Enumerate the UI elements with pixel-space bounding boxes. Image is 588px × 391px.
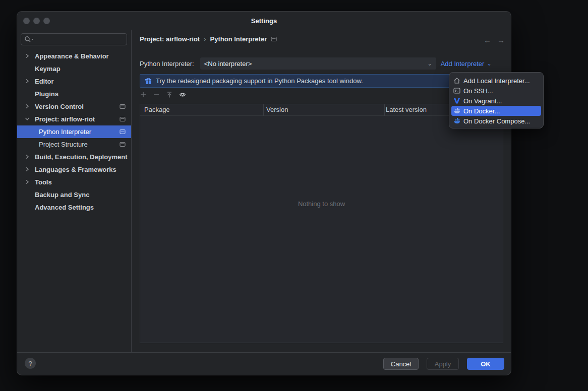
empty-table-message: Nothing to show: [140, 200, 503, 208]
settings-tree: Appearance & Behavior Keymap Editor Plug…: [17, 50, 131, 214]
chevron-down-icon: [24, 116, 30, 122]
chevron-right-icon: [24, 103, 30, 109]
add-package-icon[interactable]: [140, 91, 147, 98]
back-arrow-icon[interactable]: ←: [484, 36, 491, 44]
sidebar-item-label: Editor: [35, 78, 54, 85]
project-settings-badge-icon: [120, 116, 126, 122]
menu-item-label: On Docker...: [463, 107, 500, 115]
cancel-button[interactable]: Cancel: [383, 358, 419, 370]
sidebar-item-editor[interactable]: Editor: [17, 75, 131, 88]
sidebar-item-advanced-settings[interactable]: Advanced Settings: [17, 201, 131, 214]
terminal-icon: [453, 87, 460, 94]
column-header-package[interactable]: Package: [144, 106, 170, 113]
sidebar-item-label: Tools: [35, 178, 52, 186]
dialog-footer: ? Cancel Apply OK: [17, 352, 511, 375]
project-settings-badge-icon: [120, 142, 126, 147]
sidebar-item-tools[interactable]: Tools: [17, 176, 131, 188]
sidebar-item-label: Plugins: [35, 90, 58, 98]
chevron-down-icon: ⌄: [427, 60, 432, 67]
show-early-releases-eye-icon[interactable]: [179, 91, 186, 98]
interpreter-select[interactable]: <No interpreter> ⌄: [200, 57, 436, 70]
history-nav: ← →: [484, 36, 505, 44]
chevron-right-icon: [24, 154, 30, 160]
ok-button[interactable]: OK: [467, 358, 504, 370]
docker-compose-icon: [453, 117, 460, 124]
menu-item-label: On Vagrant...: [463, 97, 502, 105]
settings-sidebar: Appearance & Behavior Keymap Editor Plug…: [17, 30, 131, 352]
sidebar-item-python-interpreter[interactable]: Python Interpreter: [17, 125, 131, 138]
sidebar-item-label: Python Interpreter: [39, 128, 91, 136]
sidebar-item-backup-and-sync[interactable]: Backup and Sync: [17, 188, 131, 201]
project-settings-badge-icon: [120, 129, 126, 135]
gift-icon: [145, 78, 152, 85]
vagrant-icon: [453, 97, 460, 104]
settings-search-input[interactable]: [21, 33, 127, 45]
column-divider: [263, 104, 264, 116]
menu-item-on-vagrant[interactable]: On Vagrant...: [451, 96, 541, 106]
add-interpreter-label: Add Interpreter: [441, 60, 485, 68]
project-settings-badge-icon: [120, 104, 126, 109]
chevron-right-icon: [24, 166, 30, 172]
menu-item-label: Add Local Interpreter...: [463, 77, 530, 85]
chevron-right-icon: [24, 78, 30, 84]
sidebar-item-project-structure[interactable]: Project Structure: [17, 138, 131, 151]
column-header-version[interactable]: Version: [266, 106, 288, 113]
sidebar-item-label: Languages & Frameworks: [35, 166, 116, 173]
search-history-chevron-icon: [31, 39, 33, 40]
add-interpreter-button[interactable]: Add Interpreter ⌄: [441, 60, 492, 68]
sidebar-item-appearance-behavior[interactable]: Appearance & Behavior: [17, 50, 131, 62]
sidebar-item-label: Advanced Settings: [35, 204, 94, 211]
sidebar-item-label: Appearance & Behavior: [35, 52, 109, 60]
menu-item-on-ssh[interactable]: On SSH...: [451, 86, 541, 96]
sidebar-item-languages-frameworks[interactable]: Languages & Frameworks: [17, 163, 131, 176]
project-settings-badge-icon: [271, 36, 277, 42]
sidebar-item-label: Project: airflow-riot: [35, 115, 95, 123]
window-title: Settings: [17, 17, 511, 25]
sidebar-item-label: Keymap: [35, 65, 61, 73]
package-toolbar: [140, 91, 186, 98]
package-table: Package Version Latest version Nothing t…: [140, 104, 503, 343]
sidebar-item-project-airflow-riot[interactable]: Project: airflow-riot: [17, 113, 131, 125]
sidebar-item-label: Build, Execution, Deployment: [35, 153, 127, 161]
sidebar-item-label: Backup and Sync: [35, 191, 89, 199]
sidebar-item-keymap[interactable]: Keymap: [17, 62, 131, 75]
sidebar-item-plugins[interactable]: Plugins: [17, 88, 131, 100]
menu-item-label: On SSH...: [463, 87, 493, 95]
interpreter-row: Python Interpreter: <No interpreter> ⌄ A…: [140, 57, 506, 70]
apply-button[interactable]: Apply: [427, 358, 459, 370]
footer-buttons: Cancel Apply OK: [383, 358, 504, 370]
sidebar-item-version-control[interactable]: Version Control: [17, 100, 131, 113]
sidebar-item-label: Version Control: [35, 103, 84, 110]
search-icon: [24, 36, 34, 43]
titlebar: Settings: [17, 12, 511, 30]
breadcrumb-separator: ›: [204, 35, 206, 43]
remove-package-icon[interactable]: [153, 91, 160, 98]
sidebar-item-label: Project Structure: [39, 141, 88, 148]
column-divider: [384, 104, 385, 116]
breadcrumb-page: Python Interpreter: [210, 35, 267, 43]
help-button[interactable]: ?: [25, 358, 36, 369]
menu-item-label: On Docker Compose...: [463, 117, 530, 125]
chevron-right-icon: [24, 53, 30, 59]
docker-icon: [453, 107, 460, 114]
sidebar-item-build-execution-deployment[interactable]: Build, Execution, Deployment: [17, 151, 131, 163]
settings-window: Settings Appearance & Behavior Keymap Ed…: [17, 11, 511, 375]
menu-item-on-docker-compose[interactable]: On Docker Compose...: [451, 116, 541, 126]
banner-text: Try the redesigned packaging support in …: [156, 77, 363, 85]
menu-item-on-docker[interactable]: On Docker...: [451, 106, 541, 116]
column-header-latest-version[interactable]: Latest version: [386, 106, 427, 113]
forward-arrow-icon[interactable]: →: [497, 36, 505, 44]
upgrade-package-icon[interactable]: [166, 91, 173, 98]
home-icon: [453, 77, 460, 84]
breadcrumb-project[interactable]: Project: airflow-riot: [140, 35, 200, 43]
chevron-down-icon: ⌄: [487, 60, 491, 67]
add-interpreter-menu: Add Local Interpreter... On SSH... On Va…: [449, 72, 544, 128]
menu-item-add-local-interpreter[interactable]: Add Local Interpreter...: [451, 76, 541, 86]
breadcrumb: Project: airflow-riot › Python Interpret…: [140, 35, 277, 43]
interpreter-value: <No interpreter>: [204, 60, 252, 68]
interpreter-label: Python Interpreter:: [140, 60, 194, 68]
chevron-right-icon: [24, 179, 30, 185]
